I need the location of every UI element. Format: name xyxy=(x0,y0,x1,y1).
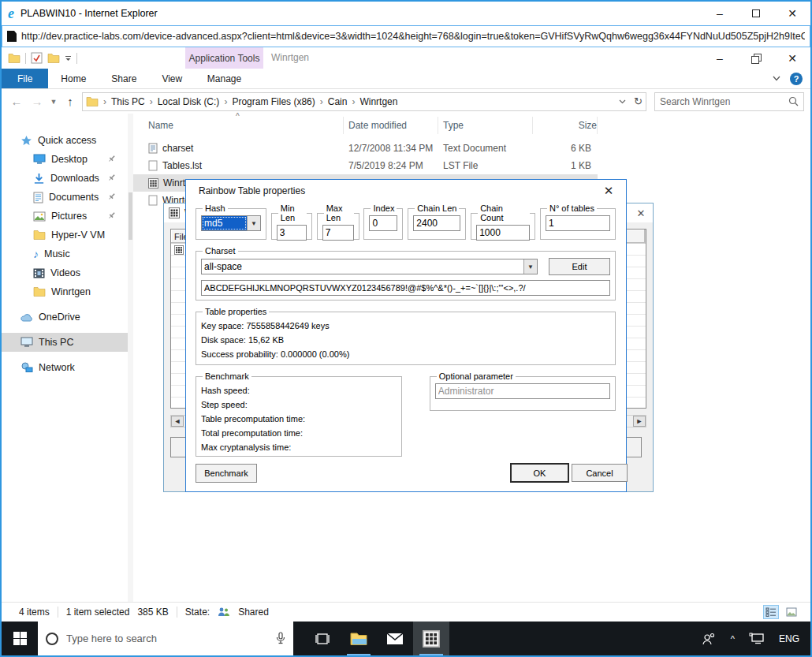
sidebar-label: Documents xyxy=(49,192,99,203)
application-tools-tab[interactable]: Application Tools xyxy=(185,47,263,69)
folder-icon xyxy=(33,230,46,241)
microphone-icon[interactable] xyxy=(276,632,285,645)
status-separator xyxy=(58,607,58,618)
ie-address-bar[interactable]: http://dev.practice-labs.com/device-adva… xyxy=(2,25,810,47)
up-button[interactable]: ↑ xyxy=(61,95,79,108)
start-button[interactable] xyxy=(2,622,38,655)
view-switcher xyxy=(763,605,810,619)
min-len-input[interactable] xyxy=(277,225,307,241)
breadcrumb-program-files[interactable]: Program Files (x86) xyxy=(232,96,315,107)
details-view-button[interactable] xyxy=(763,605,779,619)
ie-minimize-button[interactable]: – xyxy=(702,2,738,25)
breadcrumb-winrtgen[interactable]: Winrtgen xyxy=(359,96,397,107)
folder-icon[interactable] xyxy=(8,53,20,64)
tab-share[interactable]: Share xyxy=(99,69,149,88)
new-folder-icon[interactable] xyxy=(47,53,60,64)
file-row-charset[interactable]: charset 12/7/2008 11:34 PM Text Document… xyxy=(133,140,810,157)
taskbar-file-explorer[interactable] xyxy=(341,622,377,655)
show-hidden-icons-chevron[interactable]: ^ xyxy=(731,634,735,644)
cancel-button[interactable]: Cancel xyxy=(572,464,628,482)
sidebar-item-pictures[interactable]: Pictures xyxy=(2,207,128,226)
task-view-icon xyxy=(315,633,330,645)
sidebar-item-music[interactable]: ♪ Music xyxy=(2,245,128,263)
customize-toolbar-icon[interactable] xyxy=(65,55,72,62)
taskbar-search[interactable]: Type here to search xyxy=(38,622,293,655)
search-icon[interactable] xyxy=(788,96,799,106)
cortana-icon[interactable] xyxy=(46,633,58,645)
forward-button[interactable]: → xyxy=(28,95,46,108)
explorer-minimize-button[interactable]: – xyxy=(702,47,738,69)
sidebar-item-downloads[interactable]: Downloads xyxy=(2,169,128,188)
refresh-icon[interactable]: ↻ xyxy=(634,95,643,107)
sidebar-item-quick-access[interactable]: Quick access xyxy=(2,131,128,150)
sidebar-label: OneDrive xyxy=(39,312,80,323)
address-dropdown-icon[interactable] xyxy=(619,99,626,104)
sidebar-item-winrtgen[interactable]: Winrtgen xyxy=(2,282,128,301)
optional-parameter-input[interactable] xyxy=(435,383,610,399)
scroll-left-icon[interactable]: ◄ xyxy=(171,416,184,427)
max-len-input[interactable] xyxy=(322,225,354,241)
ie-maximize-button[interactable] xyxy=(738,2,774,25)
edit-charset-button[interactable]: Edit xyxy=(549,258,610,275)
number-of-tables-input[interactable] xyxy=(546,215,610,231)
sidebar-item-documents[interactable]: Documents xyxy=(2,188,128,207)
chain-count-input[interactable] xyxy=(476,225,530,241)
dropdown-arrow-icon[interactable]: ▼ xyxy=(523,259,537,274)
explorer-close-button[interactable]: ✕ xyxy=(774,47,810,69)
charset-characters-field[interactable] xyxy=(201,280,610,296)
hash-label: Hash xyxy=(203,203,228,213)
taskbar-search-placeholder[interactable]: Type here to search xyxy=(66,633,268,644)
sidebar-label: Network xyxy=(39,362,75,373)
column-header-type[interactable]: Type xyxy=(438,117,533,134)
scrollbar-thumb[interactable] xyxy=(129,192,132,240)
url-text[interactable]: http://dev.practice-labs.com/device-adva… xyxy=(21,31,805,42)
breadcrumb-local-disk[interactable]: Local Disk (C:) xyxy=(158,96,220,107)
network-tray-icon[interactable] xyxy=(749,633,765,644)
people-icon[interactable] xyxy=(701,633,717,645)
minimize-ribbon-icon[interactable] xyxy=(773,76,780,81)
search-input[interactable] xyxy=(660,96,788,107)
sidebar-item-hyperv-vm[interactable]: Hyper-V VM xyxy=(2,226,128,245)
sidebar-scrollbar[interactable] xyxy=(128,114,133,602)
sidebar-item-desktop[interactable]: Desktop xyxy=(2,150,128,169)
large-icons-view-button[interactable] xyxy=(784,605,799,619)
taskbar-winrtgen[interactable] xyxy=(413,622,449,655)
tab-manage[interactable]: Manage xyxy=(185,69,263,88)
taskbar-mail[interactable] xyxy=(377,622,413,655)
file-row-tables-lst[interactable]: Tables.lst 7/5/2019 8:24 PM LST File 1 K… xyxy=(133,157,810,174)
shared-users-icon xyxy=(218,607,230,618)
explorer-restore-button[interactable] xyxy=(738,47,774,69)
sidebar-item-network[interactable]: Network xyxy=(2,358,128,377)
search-box[interactable] xyxy=(654,92,804,111)
scroll-right-icon[interactable]: ► xyxy=(633,416,646,427)
breadcrumb[interactable]: › This PC › Local Disk (C:) › Program Fi… xyxy=(82,92,646,111)
language-indicator[interactable]: ENG xyxy=(779,633,799,644)
recent-locations-icon[interactable]: ▼ xyxy=(49,98,58,106)
back-button[interactable]: ← xyxy=(8,95,25,108)
dropdown-arrow-icon[interactable]: ▼ xyxy=(247,216,260,230)
restore-icon xyxy=(751,54,761,63)
sidebar-item-this-pc[interactable]: This PC xyxy=(2,333,128,352)
sidebar-item-videos[interactable]: Videos xyxy=(2,263,128,282)
sidebar-item-onedrive[interactable]: OneDrive xyxy=(2,308,128,327)
tab-file[interactable]: File xyxy=(2,69,48,88)
hash-select[interactable]: md5 ▼ xyxy=(201,215,261,231)
ok-button[interactable]: OK xyxy=(511,464,568,482)
breadcrumb-cain[interactable]: Cain xyxy=(328,96,348,107)
benchmark-button[interactable]: Benchmark xyxy=(196,464,257,483)
breadcrumb-this-pc[interactable]: This PC xyxy=(111,96,145,107)
column-header-name[interactable]: ^ Name xyxy=(133,117,344,134)
column-header-size[interactable]: Size xyxy=(533,117,598,134)
column-header-date-modified[interactable]: Date modified xyxy=(344,117,438,134)
properties-icon[interactable] xyxy=(31,52,43,64)
rainbow-table-item-icon[interactable] xyxy=(174,245,184,255)
ie-close-button[interactable]: ✕ xyxy=(774,2,810,25)
tab-home[interactable]: Home xyxy=(48,69,99,88)
charset-select[interactable]: all-space ▼ xyxy=(201,259,538,274)
help-icon[interactable]: ? xyxy=(790,73,803,85)
task-view-button[interactable] xyxy=(304,622,341,655)
dialog-close-button[interactable]: ✕ xyxy=(598,184,620,198)
chain-len-input[interactable] xyxy=(413,215,460,231)
winrtgen-close-button[interactable]: ✕ xyxy=(629,207,653,219)
index-input[interactable] xyxy=(369,215,397,231)
